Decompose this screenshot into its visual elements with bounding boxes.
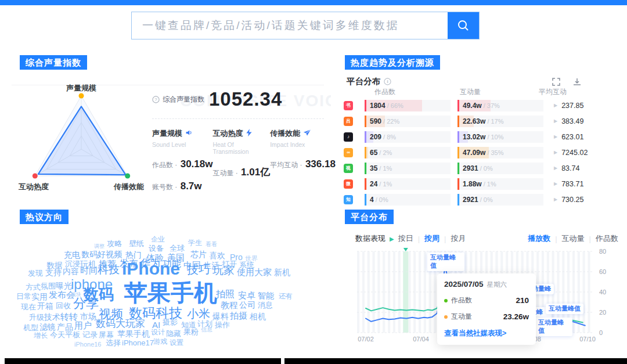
wordcloud-term[interactable]: 攻略: [107, 240, 122, 247]
wordcloud-term[interactable]: 智能: [258, 291, 274, 300]
wordcloud-term[interactable]: 支持: [45, 268, 62, 276]
search-button[interactable]: [448, 12, 479, 39]
wordcloud-term[interactable]: 喜欢: [209, 251, 225, 260]
wordcloud-term[interactable]: 玩家: [212, 265, 235, 276]
wordcloud-term[interactable]: 使用: [237, 268, 254, 276]
wordcloud-term[interactable]: 学生: [188, 239, 202, 246]
caret-icon: ▶: [390, 236, 394, 242]
wordcloud-term[interactable]: 苹果手机: [117, 330, 150, 338]
wordcloud-term[interactable]: 日常: [16, 293, 31, 300]
wordcloud-term[interactable]: 记录: [82, 331, 98, 338]
wordcloud-term[interactable]: 游戏: [153, 338, 167, 345]
wordcloud-term[interactable]: 方式: [26, 283, 41, 291]
metric-tab-1[interactable]: 互动量: [562, 233, 585, 244]
voice-radar-chart: 声量规模互动热度传播效能: [13, 82, 150, 196]
platform-row[interactable]: ∞ 65/ 2% 47.09w/ 35% ▶7245.02: [344, 145, 627, 160]
wordcloud-term[interactable]: 市场: [80, 312, 96, 320]
platform-row[interactable]: 知 4/ 0% 2921/ 0% ▶730.25: [344, 192, 627, 207]
wordcloud-term[interactable]: 曝光: [56, 282, 72, 290]
wordcloud-term[interactable]: 转转: [60, 312, 78, 321]
wordcloud-term[interactable]: 还有: [279, 293, 293, 300]
wordcloud-term[interactable]: 产品: [57, 323, 73, 331]
wordcloud-term[interactable]: 果粉: [183, 328, 199, 336]
wordcloud-term[interactable]: 隐藏: [166, 330, 181, 337]
wordcloud-term[interactable]: 新机: [274, 268, 290, 276]
wordcloud-term[interactable]: 屏幕: [99, 331, 114, 338]
wordcloud-term[interactable]: 相机: [250, 312, 266, 320]
wordcloud-term[interactable]: 现在: [21, 303, 36, 311]
help-icon[interactable]: ?: [152, 96, 160, 103]
wordcloud-term[interactable]: 壁纸: [129, 240, 144, 247]
platform-row[interactable]: 书 1804/ 66% 49.4w/ 37% ▶237.85: [344, 98, 627, 113]
wordcloud-term[interactable]: 爆料: [212, 312, 229, 320]
wordcloud-term[interactable]: 信息: [201, 327, 212, 333]
svg-text:07/04: 07/04: [413, 336, 429, 343]
metric-tab-2[interactable]: 作品数: [596, 233, 618, 244]
wordcloud-term[interactable]: 看看: [206, 242, 217, 247]
wordcloud-term[interactable]: 技巧: [187, 264, 210, 275]
platform-panel-title: 平台分布 i: [347, 76, 391, 87]
section-title-voice-index: 综合声量指数: [20, 55, 87, 70]
wordcloud-term[interactable]: 回收: [56, 302, 71, 309]
wordcloud-term[interactable]: 操作: [215, 321, 230, 329]
metric-columns: 声量规模 Sound Level作品数 · 30.18w账号数 · 8.7w 互…: [152, 128, 324, 192]
wordcloud-term[interactable]: 充电: [64, 251, 80, 259]
wordcloud-term[interactable]: 设备: [149, 244, 164, 252]
platform-row[interactable]: 视 35/ 1% 2931/ 0% ▶83.74: [344, 160, 627, 176]
wordcloud-term[interactable]: 科技: [98, 264, 120, 275]
wordcloud-term[interactable]: 增长: [34, 332, 48, 339]
wordcloud-term[interactable]: 设计: [151, 329, 165, 336]
wordcloud-term[interactable]: iPhone16: [74, 341, 102, 348]
col-header-works: 作品数: [374, 87, 395, 97]
wordcloud-term[interactable]: 芯片: [190, 250, 207, 258]
wordcloud-term[interactable]: 安卓: [238, 291, 255, 300]
wordcloud-term[interactable]: 拍照: [216, 290, 235, 299]
wordcloud-term[interactable]: 教程: [221, 301, 238, 309]
wordcloud-term[interactable]: 设置: [170, 339, 183, 346]
download-icon[interactable]: [572, 77, 582, 87]
wordcloud-term[interactable]: 数码大玩家: [96, 319, 145, 329]
search-icon: [456, 19, 470, 33]
wordcloud-term[interactable]: iPhone: [122, 260, 180, 277]
wordcloud-term[interactable]: 小米: [187, 308, 210, 319]
tab-0[interactable]: 按日: [398, 233, 413, 244]
wordcloud-term[interactable]: 滤镜: [39, 323, 56, 331]
wordcloud-term[interactable]: 热门: [125, 251, 142, 259]
wordcloud-term[interactable]: iPhone17: [122, 339, 154, 347]
wordcloud-term[interactable]: 实用: [31, 293, 48, 301]
platform-row[interactable]: ♪ 209/ 8% 13.02w/ 10% ▶623.01: [344, 129, 627, 145]
wordcloud-term[interactable]: 苹果手机: [124, 281, 217, 304]
wordcloud-term[interactable]: 分享: [73, 297, 99, 310]
wordcloud-term[interactable]: 开箱: [37, 302, 53, 310]
wordcloud-term[interactable]: 技术: [44, 313, 60, 321]
wordcloud-term[interactable]: 公司: [239, 301, 255, 309]
wordcloud-term[interactable]: 用户: [74, 321, 92, 330]
wordcloud-term[interactable]: 大家: [254, 268, 272, 276]
metric-tab-0[interactable]: 播放数: [528, 233, 550, 244]
wordcloud-term[interactable]: 平板: [65, 331, 80, 338]
wordcloud-term[interactable]: 氛围: [41, 282, 56, 290]
wordcloud-term[interactable]: 摄影: [163, 318, 178, 326]
wordcloud-term[interactable]: 今天: [50, 331, 65, 338]
wordcloud-term[interactable]: 内容: [63, 267, 79, 275]
platform-row[interactable]: 微 24/ 1% 1.88w/ 1% ▶783.71: [344, 176, 627, 192]
avg-interaction-value: ▶383.49: [554, 117, 583, 125]
tab-1[interactable]: 按周: [424, 233, 439, 244]
wordcloud-term[interactable]: 消息: [258, 301, 273, 309]
expand-icon[interactable]: [552, 77, 561, 87]
view-social-link[interactable]: 查看当然社媒表现>: [444, 329, 529, 338]
wordcloud-term[interactable]: 拍摄: [230, 311, 247, 320]
wordcloud-term[interactable]: 选择: [106, 339, 121, 347]
wordcloud-term[interactable]: 企业: [151, 236, 165, 243]
wordcloud-term[interactable]: 数码好视频: [81, 250, 122, 258]
info-icon[interactable]: i: [384, 78, 391, 85]
wordcloud-term[interactable]: 全球: [170, 244, 185, 252]
wordcloud-term[interactable]: 调整: [94, 244, 105, 249]
wordcloud-term[interactable]: 升级: [29, 313, 44, 321]
wordcloud-term[interactable]: 机型: [23, 324, 38, 331]
tab-2[interactable]: 按月: [451, 233, 466, 244]
wordcloud-term[interactable]: 发现: [28, 269, 43, 277]
platform-row[interactable]: 吕 590/ 22% 22.63w/ 17% ▶383.49: [344, 113, 627, 129]
search-input[interactable]: [132, 12, 448, 39]
wordcloud-term[interactable]: 时间: [80, 266, 98, 275]
